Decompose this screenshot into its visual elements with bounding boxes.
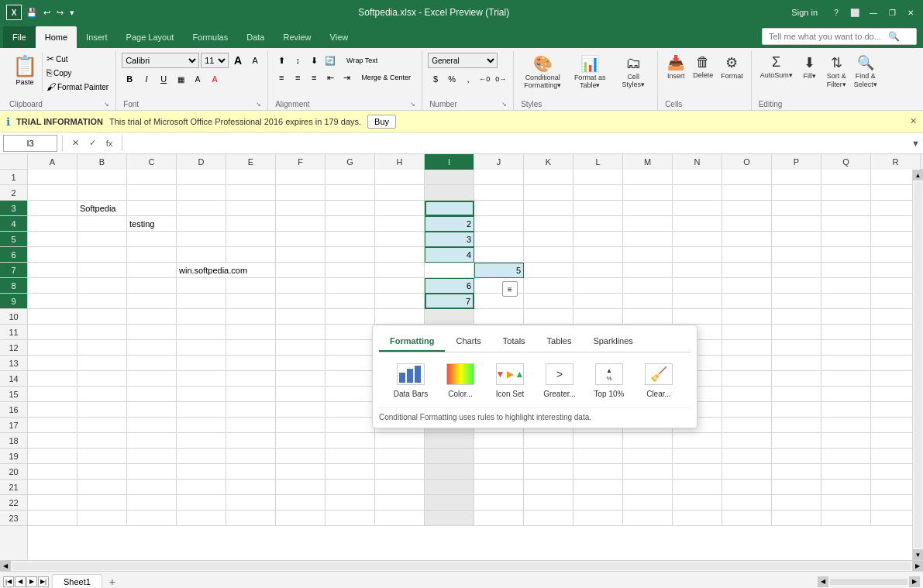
cell-A9[interactable] bbox=[28, 294, 77, 309]
cell-A23[interactable] bbox=[28, 511, 77, 526]
cell-K20[interactable] bbox=[524, 464, 573, 480]
cell-L6[interactable] bbox=[573, 247, 623, 263]
cell-I4[interactable]: 2 bbox=[425, 216, 474, 232]
cell-I10[interactable] bbox=[425, 309, 474, 325]
format-item-data-bars[interactable]: Data Bars bbox=[387, 359, 434, 401]
cell-P12[interactable] bbox=[772, 340, 821, 356]
format-painter-button[interactable]: 🖌Format Painter bbox=[44, 81, 111, 93]
cell-G10[interactable] bbox=[325, 309, 375, 325]
cell-G13[interactable] bbox=[325, 356, 375, 371]
cell-L19[interactable] bbox=[573, 449, 623, 464]
scroll-up-btn[interactable]: ▲ bbox=[913, 170, 924, 181]
cell-N2[interactable] bbox=[673, 185, 722, 201]
cell-F18[interactable] bbox=[276, 433, 325, 449]
cell-D2[interactable] bbox=[177, 185, 226, 201]
row-header-20[interactable]: 20 bbox=[0, 464, 27, 480]
cell-I21[interactable] bbox=[425, 480, 474, 495]
cell-G18[interactable] bbox=[325, 433, 375, 449]
increase-decimal-btn[interactable]: 0→ bbox=[493, 71, 508, 87]
cell-E17[interactable] bbox=[226, 418, 276, 433]
cell-D23[interactable] bbox=[177, 511, 226, 526]
cell-P11[interactable] bbox=[772, 325, 821, 340]
cell-N22[interactable] bbox=[673, 495, 722, 511]
col-header-R[interactable]: R bbox=[871, 154, 921, 170]
cell-I9[interactable]: 7 bbox=[425, 294, 474, 309]
cell-P3[interactable] bbox=[772, 201, 821, 216]
add-sheet-btn[interactable]: + bbox=[104, 573, 121, 589]
cell-P1[interactable] bbox=[772, 170, 821, 185]
cell-C11[interactable] bbox=[127, 325, 177, 340]
cell-G15[interactable] bbox=[325, 387, 375, 402]
row-header-18[interactable]: 18 bbox=[0, 433, 27, 449]
cell-G6[interactable] bbox=[325, 247, 375, 263]
cell-G8[interactable] bbox=[325, 278, 375, 294]
merge-center-btn[interactable]: Merge & Center bbox=[355, 70, 417, 85]
row-header-9[interactable]: 9 bbox=[0, 294, 27, 309]
cell-O2[interactable] bbox=[722, 185, 772, 201]
col-header-O[interactable]: O bbox=[722, 154, 772, 170]
redo-quick-btn[interactable]: ↪ bbox=[55, 6, 65, 19]
row-header-13[interactable]: 13 bbox=[0, 356, 27, 371]
cell-G11[interactable] bbox=[325, 325, 375, 340]
row-header-21[interactable]: 21 bbox=[0, 480, 27, 495]
cell-E10[interactable] bbox=[226, 309, 276, 325]
cell-D4[interactable] bbox=[177, 216, 226, 232]
cell-O14[interactable] bbox=[722, 371, 772, 387]
row-header-22[interactable]: 22 bbox=[0, 495, 27, 511]
cell-J19[interactable] bbox=[474, 449, 524, 464]
cell-L21[interactable] bbox=[573, 480, 623, 495]
cell-J5[interactable] bbox=[474, 232, 524, 247]
cell-O4[interactable] bbox=[722, 216, 772, 232]
cell-R5[interactable] bbox=[871, 232, 912, 247]
cell-P22[interactable] bbox=[772, 495, 821, 511]
format-tab-formatting[interactable]: Formatting bbox=[379, 332, 445, 352]
cell-B18[interactable] bbox=[77, 433, 127, 449]
tab-formulas[interactable]: Formulas bbox=[183, 26, 237, 48]
cell-O11[interactable] bbox=[722, 325, 772, 340]
cell-B2[interactable] bbox=[77, 185, 127, 201]
sheet-scroll-thumb[interactable] bbox=[830, 579, 908, 585]
cell-F6[interactable] bbox=[276, 247, 325, 263]
cell-D10[interactable] bbox=[177, 309, 226, 325]
scroll-down-btn[interactable]: ▼ bbox=[913, 549, 924, 560]
format-item-greater-than[interactable]: > Greater... bbox=[536, 359, 583, 401]
col-header-M[interactable]: M bbox=[623, 154, 673, 170]
cell-Q11[interactable] bbox=[821, 325, 871, 340]
cell-L10[interactable] bbox=[573, 309, 623, 325]
cell-A15[interactable] bbox=[28, 387, 77, 402]
cell-L3[interactable] bbox=[573, 201, 623, 216]
cell-K6[interactable] bbox=[524, 247, 573, 263]
cell-D6[interactable] bbox=[177, 247, 226, 263]
cell-C2[interactable] bbox=[127, 185, 177, 201]
cell-I18[interactable] bbox=[425, 433, 474, 449]
row-header-2[interactable]: 2 bbox=[0, 185, 27, 201]
format-tab-sparklines[interactable]: Sparklines bbox=[582, 332, 643, 352]
cell-R8[interactable] bbox=[871, 278, 912, 294]
cell-D5[interactable] bbox=[177, 232, 226, 247]
cell-O7[interactable] bbox=[772, 263, 821, 278]
cell-P15[interactable] bbox=[772, 387, 821, 402]
italic-button[interactable]: I bbox=[139, 71, 154, 87]
font-color-button[interactable]: A bbox=[207, 71, 222, 87]
cell-Q12[interactable] bbox=[821, 340, 871, 356]
cell-L8[interactable] bbox=[573, 278, 623, 294]
col-header-B[interactable]: B bbox=[77, 154, 127, 170]
format-tab-totals[interactable]: Totals bbox=[492, 332, 536, 352]
cell-I6[interactable]: 4 bbox=[425, 247, 474, 263]
cell-F1[interactable] bbox=[276, 170, 325, 185]
cell-D11[interactable] bbox=[177, 325, 226, 340]
cell-B7[interactable] bbox=[77, 263, 127, 278]
customize-quick-btn[interactable]: ▾ bbox=[68, 6, 76, 19]
cell-L4[interactable] bbox=[573, 216, 623, 232]
cell-O6[interactable] bbox=[722, 247, 772, 263]
cell-G7[interactable] bbox=[375, 263, 425, 278]
cell-E3[interactable] bbox=[226, 201, 276, 216]
cell-N23[interactable] bbox=[673, 511, 722, 526]
cell-F21[interactable] bbox=[276, 480, 325, 495]
cell-A12[interactable] bbox=[28, 340, 77, 356]
cell-Q17[interactable] bbox=[821, 418, 871, 433]
cell-M23[interactable] bbox=[623, 511, 673, 526]
cell-O8[interactable] bbox=[722, 278, 772, 294]
cell-F17[interactable] bbox=[276, 418, 325, 433]
cell-A20[interactable] bbox=[28, 464, 77, 480]
